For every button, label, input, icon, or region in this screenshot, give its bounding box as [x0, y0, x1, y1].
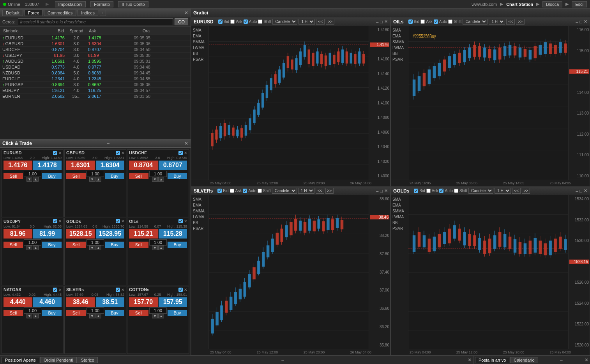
ct-checkbox[interactable] — [53, 219, 57, 223]
oils-bb-button[interactable]: BB — [392, 51, 407, 56]
ct-buy-button[interactable]: Buy — [168, 242, 187, 248]
golds-auto-checkbox[interactable] — [439, 189, 443, 193]
ct-lot-up[interactable]: ▲ — [158, 246, 164, 250]
formato-button[interactable]: Formato — [90, 1, 113, 7]
lwma-button[interactable]: LWMA — [192, 45, 208, 50]
chart-oils-close[interactable]: ✕ — [584, 19, 587, 24]
ct-lot-down[interactable]: ▼ — [152, 177, 158, 182]
sma-button[interactable]: SMA — [192, 28, 208, 33]
ct-buy-button[interactable]: Buy — [105, 242, 124, 248]
watchlist-row[interactable]: EURJPY 116.21 4.0 116.25 09:04:57 — [0, 88, 191, 94]
golds-shift-checkbox[interactable] — [454, 189, 458, 193]
silvers-tf-select[interactable]: 1 H — [298, 188, 314, 194]
ask-checkbox[interactable] — [230, 19, 235, 24]
watchlist-row[interactable]: NZDUSD 0.8084 5.0 0.8089 09:04:45 — [0, 70, 191, 76]
ct-lot-down[interactable]: ▼ — [26, 246, 32, 250]
golds-forward-button[interactable]: >> — [522, 188, 530, 194]
golds-psar-btn[interactable]: PSAR — [392, 226, 407, 231]
golds-smma-btn[interactable]: SMMA — [392, 209, 407, 214]
chart-golds-minimize[interactable]: – — [576, 189, 578, 193]
click-trade-close-button[interactable]: ✕ — [184, 141, 188, 146]
watchlist-row[interactable]: ↑EURUSD 1.4176 2.0 1.4178 09:05:05 — [0, 35, 191, 41]
ct-lot-up[interactable]: ▲ — [33, 314, 39, 318]
golds-ema-btn[interactable]: EMA — [392, 203, 407, 208]
ct-lot-input[interactable] — [24, 171, 41, 177]
search-input[interactable] — [18, 18, 173, 25]
tab-commodities[interactable]: Commodities — [44, 10, 76, 16]
silvers-type-select[interactable]: Candele — [272, 188, 297, 194]
oils-psar-button[interactable]: PSAR — [392, 57, 407, 62]
ct-lot-down[interactable]: ▼ — [152, 246, 158, 250]
psar-button[interactable]: PSAR — [192, 57, 208, 62]
oils-auto-checkbox[interactable] — [434, 19, 438, 24]
ct-sell-button[interactable]: Sell — [4, 310, 23, 316]
silvers-back-button[interactable]: << — [316, 188, 324, 194]
watchlist-row[interactable]: USDCAD 0.9773 4.0 0.9777 09:04:48 — [0, 64, 191, 70]
ct-checkbox[interactable] — [178, 219, 183, 223]
watchlist-row[interactable]: EURCHF 1.2341 4.0 1.2345 09:04:55 — [0, 76, 191, 82]
ct-sell-button[interactable]: Sell — [4, 242, 23, 248]
watchlist-row[interactable]: ↓GBPUSD 1.6301 3.0 1.6304 09:05:06 — [0, 41, 191, 47]
golds-type-select[interactable]: Candele — [468, 188, 493, 194]
tab-calendario[interactable]: Calendario — [510, 357, 538, 363]
ct-lot-up[interactable]: ▲ — [33, 177, 39, 182]
ct-lot-input[interactable] — [24, 307, 41, 314]
oils-tf-select[interactable]: 1 H — [489, 19, 505, 25]
watchlist-row[interactable]: ↑AUDUSD 1.0591 4.0 1.0595 09:05:01 — [0, 58, 191, 64]
go-button[interactable]: GO — [175, 18, 188, 25]
watchlist-row[interactable]: USDCHF 0.8704 3.0 0.8707 09:04:50 — [0, 47, 191, 53]
ct-lot-up[interactable]: ▲ — [95, 246, 101, 250]
chart-forward-button[interactable]: >> — [326, 19, 334, 25]
silvers-lwma-btn[interactable]: LWMA — [192, 214, 208, 219]
ct-lot-input[interactable] — [149, 171, 167, 177]
bottom-left-close[interactable]: ✕ — [468, 357, 472, 363]
tab-storico[interactable]: Storico — [78, 357, 98, 363]
ct-sell-button[interactable]: Sell — [129, 242, 148, 248]
ct-checkbox[interactable] — [116, 288, 120, 292]
chart-silvers-minimize[interactable]: – — [376, 189, 378, 193]
ct-buy-button[interactable]: Buy — [105, 173, 124, 179]
chart-type-select[interactable]: Candele — [272, 19, 297, 25]
oils-bid-checkbox[interactable] — [408, 19, 413, 24]
tab-forex[interactable]: Forex — [25, 10, 42, 16]
watchlist-close-button[interactable]: ✕ — [184, 10, 188, 16]
ct-lot-input[interactable] — [87, 239, 104, 246]
watchlist-minimize-button[interactable]: – — [144, 10, 147, 16]
silvers-bid-checkbox[interactable] — [217, 189, 222, 193]
golds-sma-btn[interactable]: SMA — [392, 197, 407, 202]
silvers-smma-btn[interactable]: SMMA — [192, 209, 208, 214]
smma-button[interactable]: SMMA — [192, 39, 208, 44]
chart-back-button[interactable]: << — [316, 19, 325, 25]
click-trade-minimize-button[interactable]: – — [107, 141, 110, 146]
silvers-forward-button[interactable]: >> — [325, 188, 334, 194]
chart-silvers-maximize[interactable]: □ — [380, 189, 383, 193]
ct-lot-down[interactable]: ▼ — [26, 177, 32, 182]
ct-lot-up[interactable]: ▲ — [95, 177, 101, 182]
ct-checkbox[interactable] — [53, 151, 57, 155]
ema-button[interactable]: EMA — [192, 34, 208, 39]
chart-golds-close[interactable]: ✕ — [584, 188, 587, 193]
ct-lot-up[interactable]: ▲ — [158, 314, 164, 318]
oils-lwma-button[interactable]: LWMA — [392, 45, 407, 50]
tab-posta-in-arrivo[interactable]: Posta in arrivo — [475, 357, 509, 363]
watchlist-row[interactable]: ↓USDJPY 81.95 3.0 81.99 09:05:00 — [0, 53, 191, 58]
bid-checkbox[interactable] — [218, 19, 223, 24]
oils-type-select[interactable]: Candele — [463, 19, 488, 25]
ct-sell-button[interactable]: Sell — [66, 310, 86, 316]
silvers-sma-btn[interactable]: SMA — [192, 197, 208, 202]
ct-lot-down[interactable]: ▼ — [89, 246, 95, 250]
ct-lot-input[interactable] — [149, 307, 167, 314]
tab-indices[interactable]: Indices — [78, 10, 98, 16]
ct-lot-input[interactable] — [149, 239, 167, 246]
ct-buy-button[interactable]: Buy — [105, 310, 124, 316]
ct-buy-button[interactable]: Buy — [168, 173, 187, 179]
ct-buy-button[interactable]: Buy — [168, 310, 187, 316]
ct-lot-down[interactable]: ▼ — [89, 314, 95, 318]
watchlist-row[interactable]: EURNLN 2.0582 35... 2.0617 09:03:50 — [0, 94, 191, 99]
golds-tf-select[interactable]: 1 H — [495, 188, 511, 194]
blocca-button[interactable]: Blocca — [542, 1, 562, 7]
add-tab-button[interactable]: + — [100, 10, 106, 16]
ct-checkbox[interactable] — [116, 219, 120, 223]
golds-bb-btn[interactable]: BB — [392, 220, 407, 225]
auto-checkbox[interactable] — [244, 19, 248, 24]
